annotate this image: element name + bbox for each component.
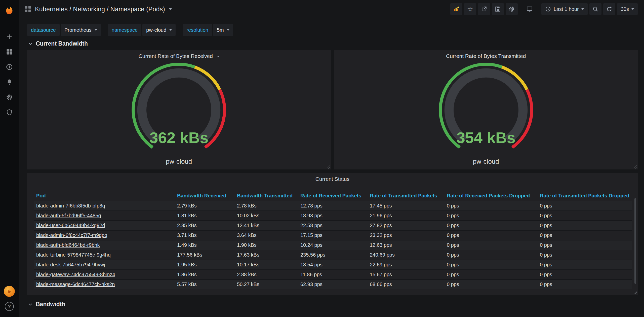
table-cell: 0 pps (538, 270, 632, 279)
table-cell: 12.63 pps (368, 240, 445, 250)
table-cell: 22.69 pps (368, 260, 445, 270)
table-cell: 22.58 pps (298, 221, 368, 230)
variable-namespace: namespace pw-cloud (108, 24, 176, 36)
section-current-bandwidth[interactable]: Current Bandwidth (27, 36, 638, 50)
pod-link[interactable]: blade-auth-bfd6464bd-r9bhk (36, 242, 100, 248)
zoom-out-time-button[interactable] (589, 3, 601, 15)
table-row: blade-admin-7f6bb8f5db-pfp8q2.79 kBs2.78… (34, 201, 632, 211)
table-cell-pod: blade-admin-7f6bb8f5db-pfp8q (34, 201, 175, 211)
gauge-value: 362 kBs (27, 129, 331, 147)
sidebar-item-create[interactable] (0, 29, 19, 44)
grafana-logo[interactable] (3, 4, 16, 16)
column-header[interactable]: Rate of Transmitted Packets Dropped (538, 191, 632, 201)
table-cell: 3.64 kBs (235, 230, 298, 240)
share-icon (481, 6, 487, 12)
sidebar-item-explore[interactable] (0, 59, 19, 75)
panel-title: Current Status (315, 176, 349, 182)
variable-resolution: resolution 5m (183, 24, 233, 36)
panel-resize-handle[interactable] (327, 165, 330, 169)
column-header[interactable]: Bandwidth Received (175, 191, 235, 201)
sidebar-item-server-admin[interactable] (0, 105, 19, 120)
table-row: blade-auth-bfd6464bd-r9bhk1.49 kBs1.90 k… (34, 240, 632, 250)
refresh-interval-picker[interactable]: 30s (617, 3, 638, 15)
table-row: blade-message-6dc46477cb-hks2n5.57 kBs50… (34, 279, 632, 289)
time-range-picker[interactable]: Last 1 hour (541, 3, 588, 15)
chevron-down-icon (169, 29, 172, 31)
gear-icon (6, 94, 13, 101)
sidebar-item-dashboards[interactable] (0, 44, 19, 59)
table-cell: 27.82 pps (368, 221, 445, 230)
table-cell: 17.45 pps (368, 201, 445, 211)
pod-link[interactable]: blade-desk-7b6475b794-9hvwj (36, 262, 105, 267)
time-range-label: Last 1 hour (554, 6, 579, 12)
avatar-flame-icon (6, 288, 12, 294)
dashboard-settings-button[interactable] (506, 3, 518, 15)
chevron-down-icon (217, 56, 219, 57)
panel-resize-handle[interactable] (634, 165, 637, 169)
refresh-button[interactable] (603, 3, 615, 15)
table-cell: 1.49 kBs (175, 240, 235, 250)
star-icon: ☆ (467, 6, 473, 12)
table-cell-pod: blade-desk-7b6475b794-9hvwj (34, 260, 175, 270)
table-cell: 12.41 kBs (235, 221, 298, 230)
variable-label: resolution (183, 24, 212, 36)
section-bandwidth[interactable]: Bandwidth (27, 296, 638, 311)
panel-resize-handle[interactable] (634, 291, 637, 294)
table-cell: 1.81 kBs (175, 211, 235, 221)
column-header[interactable]: Rate of Received Packets (298, 191, 368, 201)
chevron-down-icon (95, 29, 97, 31)
cycle-view-mode-button[interactable] (524, 3, 536, 15)
table-cell: 0 pps (445, 279, 538, 289)
status-table-wrap: PodBandwidth ReceivedBandwidth Transmitt… (34, 191, 632, 294)
table-row: blade-user-6b649449b4-kq92d2.35 kBs12.41… (34, 221, 632, 230)
variable-label: namespace (108, 24, 141, 36)
column-header[interactable]: Rate of Transmitted Packets (368, 191, 445, 201)
panel-title-button[interactable]: Current Status (27, 176, 638, 182)
pod-link[interactable]: blade-admin-6f8c44c7f7-m9dpq (36, 232, 107, 238)
table-cell: 10.02 kBs (235, 211, 298, 221)
save-dashboard-button[interactable] (492, 3, 504, 15)
pod-link[interactable]: blade-message-6dc46477cb-hks2n (36, 281, 115, 287)
refresh-interval-label: 30s (621, 6, 629, 12)
chevron-down-icon (169, 8, 172, 10)
variable-datasource-dropdown[interactable]: Prometheus (61, 24, 101, 36)
compass-icon (6, 63, 13, 71)
pod-link[interactable]: blade-turbine-579847745c-9g4hq (36, 252, 111, 258)
table-cell: 17.15 pps (298, 230, 368, 240)
table-cell: 240.69 pps (368, 250, 445, 260)
save-icon (495, 6, 501, 12)
table-cell: 0 pps (538, 221, 632, 230)
variable-namespace-dropdown[interactable]: pw-cloud (142, 24, 176, 36)
panel-bytes-received: Current Rate of Bytes Received 362 kBs p… (27, 50, 331, 169)
variable-value: 5m (217, 27, 224, 33)
sidebar-item-alerting[interactable] (0, 75, 19, 90)
table-cell: 18.54 pps (298, 260, 368, 270)
breadcrumb: Kubernetes / Networking / Namespace (Pod… (35, 6, 165, 13)
table-cell: 0 pps (538, 260, 632, 270)
table-scrollbar[interactable] (634, 198, 636, 284)
table-cell: 62.93 pps (298, 279, 368, 289)
column-header[interactable]: Pod (34, 191, 175, 201)
table-cell-pod: blade-auth-5f7bd96ff5-4485q (34, 211, 175, 221)
add-panel-button[interactable] (450, 3, 462, 15)
table-cell: 17.63 kBs (235, 250, 298, 260)
star-dashboard-button[interactable]: ☆ (464, 3, 476, 15)
pod-link[interactable]: blade-admin-7f6bb8f5db-pfp8q (36, 203, 105, 208)
user-avatar[interactable] (4, 286, 15, 297)
pod-link[interactable]: blade-user-6b649449b4-kq92d (36, 223, 105, 228)
dashboard-title-button[interactable]: Kubernetes / Networking / Namespace (Pod… (25, 6, 172, 13)
variable-resolution-dropdown[interactable]: 5m (213, 24, 233, 36)
share-dashboard-button[interactable] (478, 3, 490, 15)
help-button[interactable]: ? (5, 302, 14, 311)
pod-link[interactable]: blade-auth-5f7bd96ff5-4485q (36, 213, 101, 218)
sidebar-item-configuration[interactable] (0, 90, 19, 105)
column-header[interactable]: Bandwidth Transmitted (235, 191, 298, 201)
table-cell: 2.35 kBs (175, 221, 235, 230)
pod-link[interactable]: blade-gateway-74dc975549-8bmz4 (36, 272, 115, 277)
variable-label: datasource (27, 24, 60, 36)
gauge-row: Current Rate of Bytes Received 362 kBs p… (27, 50, 638, 169)
column-header[interactable]: Rate of Received Packets Dropped (445, 191, 538, 201)
shield-icon (6, 109, 13, 116)
table-cell: 0 pps (538, 230, 632, 240)
table-cell: 68.66 pps (368, 279, 445, 289)
